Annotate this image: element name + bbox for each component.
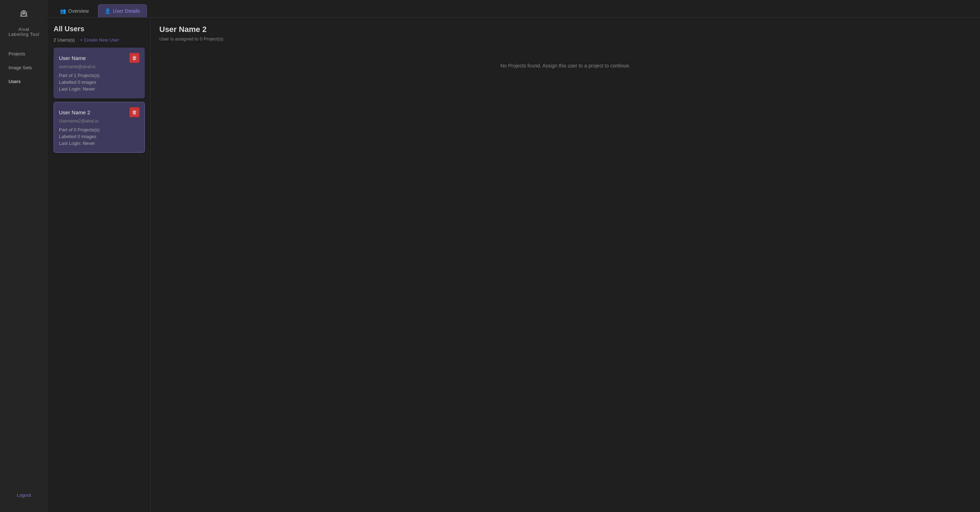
app-subtitle: Labelling Tool [8, 32, 40, 37]
no-projects-message: No Projects found. Assign this user to a… [159, 63, 972, 69]
user-card-1-projects: Part of 1 Projects(s) [59, 73, 140, 78]
user-card-2-images: Labelled 0 images [59, 134, 140, 139]
user-list-panel: All Users 2 Users(s) + Create New User U… [48, 18, 151, 512]
logo-icon [15, 7, 33, 25]
nav-items: Projects Image Sets Users [0, 48, 48, 88]
user-count: 2 Users(s) [54, 37, 75, 43]
logo-area: Aival Labelling Tool [8, 7, 40, 37]
sidebar-item-users[interactable]: Users [3, 75, 45, 88]
user-detail-panel: User Name 2 User is assigned to 0 Projec… [151, 18, 980, 512]
logout-button[interactable]: Logout [11, 489, 37, 501]
user-card-2-header: User Name 2 🗑 [59, 107, 140, 117]
user-card-2[interactable]: User Name 2 🗑 Username2@aival.io Part of… [54, 102, 145, 153]
sidebar-item-projects[interactable]: Projects [3, 48, 45, 60]
delete-user-2-button[interactable]: 🗑 [129, 107, 140, 117]
tab-overview[interactable]: 👥 Overview [54, 4, 95, 18]
create-user-link[interactable]: + Create New User [80, 37, 119, 43]
content-area: All Users 2 Users(s) + Create New User U… [48, 18, 980, 512]
user-card-2-projects: Part of 0 Projects(s) [59, 127, 140, 132]
user-list-title: All Users [54, 25, 145, 33]
app-title: Aival [18, 27, 29, 32]
user-card-1-last-login: Last Login: Never [59, 86, 140, 92]
users-icon: 👥 [60, 8, 66, 14]
delete-user-1-button[interactable]: 🗑 [129, 53, 140, 63]
svg-point-1 [23, 13, 25, 14]
sidebar-item-image-sets[interactable]: Image Sets [3, 61, 45, 74]
sidebar: Aival Labelling Tool Projects Image Sets… [0, 0, 48, 512]
main-area: 👥 Overview 👤 User Details All Users 2 Us… [48, 0, 980, 512]
detail-user-name: User Name 2 [159, 25, 972, 34]
user-card-1-name: User Name [59, 55, 86, 61]
user-card-2-name: User Name 2 [59, 109, 90, 115]
user-card-1[interactable]: User Name 🗑 username@aival.io Part of 1 … [54, 48, 145, 98]
tab-overview-label: Overview [68, 8, 89, 14]
user-card-1-email: username@aival.io [59, 64, 140, 69]
tab-user-details-label: User Details [113, 8, 140, 14]
user-card-2-last-login: Last Login: Never [59, 140, 140, 146]
user-card-1-header: User Name 🗑 [59, 53, 140, 63]
user-icon: 👤 [105, 8, 111, 14]
detail-user-subtitle: User is assigned to 0 Project(s) [159, 36, 972, 41]
tabs-bar: 👥 Overview 👤 User Details [48, 0, 980, 18]
tab-user-details[interactable]: 👤 User Details [98, 4, 146, 18]
user-card-1-images: Labelled 0 images [59, 80, 140, 85]
user-card-2-email: Username2@aival.io [59, 119, 140, 124]
user-list-header: 2 Users(s) + Create New User [54, 37, 145, 43]
